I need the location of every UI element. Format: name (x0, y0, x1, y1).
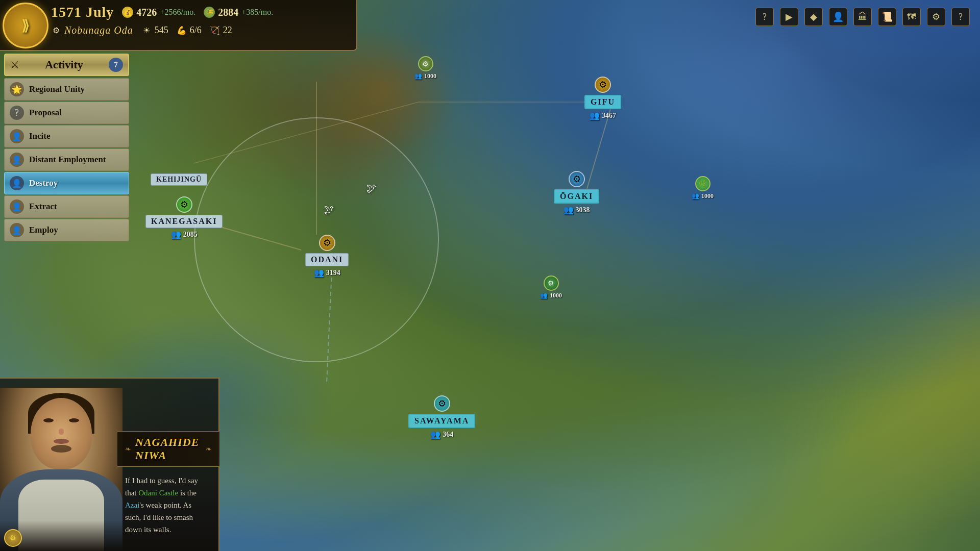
rank-badge: ⚙ (4, 529, 22, 547)
activity-item-extract[interactable]: 👤 Extract (4, 195, 129, 218)
gold-rate: +2566/mo. (160, 8, 195, 17)
strength-icon: 💪 (177, 26, 187, 36)
leader-name: Nobunaga Oda (64, 24, 133, 36)
gold-icon: 💰 (122, 7, 133, 18)
unit-troops-2: 👥1000 (692, 192, 714, 200)
activity-sword-icon: ⚔ (10, 59, 19, 71)
character-name-row: ❧ NAGAHIDE NIWA ❧ (125, 436, 212, 462)
extract-label: Extract (29, 202, 57, 212)
food-resource: 🌾 2884 +385/mo. (204, 7, 273, 18)
diplomacy-button[interactable]: ◆ (804, 8, 823, 26)
unit-marker-1: ⚙ 👥1000 (414, 56, 436, 80)
scout-marker-2: 🕊 (324, 204, 334, 216)
activity-count: 7 (109, 58, 123, 72)
top-right-toolbar: ? ▶ ◆ 👤 🏛 📜 🗺 ⚙ ? (755, 8, 970, 26)
activity-item-proposal[interactable]: ? Proposal (4, 102, 129, 124)
unit-troops-1: 👥1000 (414, 72, 436, 80)
incite-label: Incite (29, 131, 51, 141)
activity-item-regional-unity[interactable]: 🌟 Regional Unity (4, 78, 129, 101)
culture-icon: ☀ (141, 26, 152, 36)
map-button[interactable]: 🗺 (902, 8, 921, 26)
employ-icon: 👤 (10, 223, 24, 237)
officer-button[interactable]: 👤 (829, 8, 847, 26)
scroll-button[interactable]: 📜 (878, 8, 896, 26)
name-deco-left: ❧ (125, 445, 131, 454)
unit-icon-3: ⚙ (544, 276, 559, 291)
name-deco-right: ❧ (206, 445, 212, 454)
proposal-icon: ? (10, 106, 24, 120)
strength-stat: 💪 6/6 (177, 25, 202, 36)
food-rate: +385/mo. (241, 8, 273, 17)
dialogue-odani-highlight: Odani Castle (138, 489, 178, 497)
arrow-stat: 🏹 22 (210, 25, 232, 36)
food-value: 2884 (218, 7, 238, 18)
activity-item-destroy[interactable]: 👤 Destroy (4, 172, 129, 194)
settings-button[interactable]: ⚙ (927, 8, 945, 26)
unit-marker-3: ⚙ 👥1000 (540, 276, 562, 299)
dialogue-azai-highlight: Azai (125, 501, 139, 509)
arrow-icon: 🏹 (210, 26, 220, 36)
crest-emblem[interactable]: ⟫ (3, 3, 48, 48)
scout-marker-1: 🕊 (366, 183, 377, 194)
gold-resource: 💰 4726 +2566/mo. (122, 7, 195, 18)
building-button[interactable]: 🏛 (853, 8, 872, 26)
menu-button[interactable]: ? (951, 8, 970, 26)
distant-employment-icon: 👤 (10, 153, 24, 167)
food-icon: 🌾 (204, 7, 215, 18)
activity-item-incite[interactable]: 👤 Incite (4, 125, 129, 147)
destroy-label: Destroy (29, 178, 58, 188)
culture-stat: ☀ 545 (141, 25, 168, 36)
arrow-value: 22 (223, 25, 232, 36)
character-name: NAGAHIDE NIWA (135, 436, 202, 462)
activity-item-employ[interactable]: 👤 Employ (4, 219, 129, 241)
gold-value: 4726 (136, 7, 157, 18)
regional-unity-icon: 🌟 (10, 82, 24, 96)
extract-icon: 👤 (10, 199, 24, 214)
unit-marker-2: 🌿 👥1000 (692, 176, 714, 200)
unit-icon-2: 🌿 (695, 176, 710, 191)
incite-icon: 👤 (10, 129, 24, 143)
dialogue-text-2: is the (178, 489, 197, 497)
character-panel: ⚙ ❧ NAGAHIDE NIWA ❧ If I had to guess, I… (0, 378, 219, 551)
leader-icon: ⚙ (51, 26, 61, 36)
date-display: 1571 July (51, 4, 114, 20)
activity-header: ⚔ Activity 7 (4, 54, 129, 76)
portrait-image: ⚙ (0, 388, 122, 551)
activity-panel: ⚔ Activity 7 🌟 Regional Unity ? Proposal… (4, 54, 129, 242)
destroy-icon: 👤 (10, 176, 24, 190)
strength-value: 6/6 (190, 25, 202, 36)
regional-unity-label: Regional Unity (29, 84, 85, 94)
activity-item-distant-employment[interactable]: 👤 Distant Employment (4, 148, 129, 171)
portrait-face (31, 398, 92, 469)
unit-troops-3: 👥1000 (540, 292, 562, 299)
leader-info: ⚙ Nobunaga Oda (51, 24, 133, 36)
help-button[interactable]: ? (755, 8, 774, 26)
distant-employment-label: Distant Employment (29, 155, 106, 165)
unit-icon-1: ⚙ (418, 56, 433, 71)
employ-label: Employ (29, 225, 58, 235)
replay-button[interactable]: ▶ (780, 8, 798, 26)
proposal-label: Proposal (29, 108, 62, 118)
dialogue-box: If I had to guess, I'd say that Odani Ca… (117, 469, 214, 541)
activity-title: Activity (23, 58, 105, 71)
culture-value: 545 (155, 25, 168, 36)
character-name-banner: ❧ NAGAHIDE NIWA ❧ (117, 431, 219, 467)
top-hud: 1571 July 💰 4726 +2566/mo. 🌾 2884 +385/m… (0, 0, 357, 51)
